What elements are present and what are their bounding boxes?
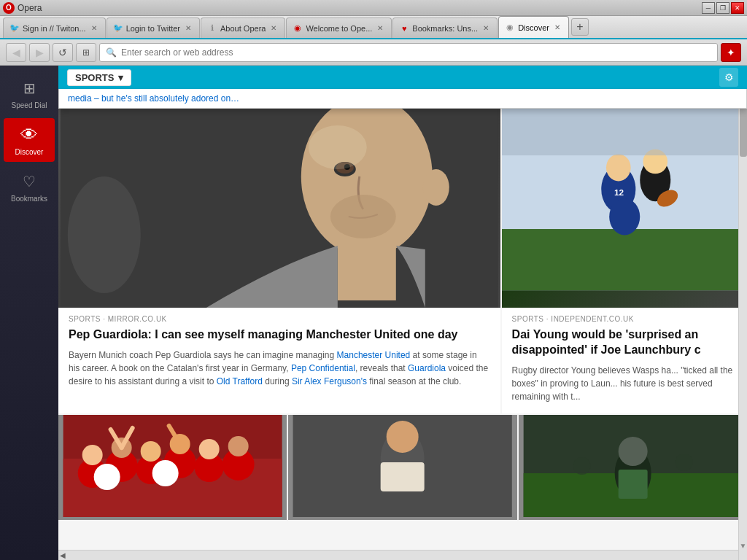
address-input[interactable] [121, 47, 711, 58]
news-title: Pep Guardiola: I can see myself managing… [69, 327, 490, 343]
sidebar-item-label: Discover [15, 148, 44, 156]
tab-login-twitter[interactable]: 🐦 Login to Twitter ✕ [107, 18, 200, 38]
category-label: SPORTS [75, 72, 114, 83]
svg-point-42 [387, 421, 419, 453]
news-source: SPORTS · INDEPENDENT.CO.UK [512, 315, 737, 323]
news-card-coach[interactable] [288, 415, 516, 520]
autocomplete-item[interactable]: media – but he's still absolutely adored… [59, 89, 746, 108]
nav-bar: ◀ ▶ ↺ ⊞ 🔍 ✦ [0, 39, 747, 66]
horizontal-scrollbar[interactable]: ◀ ▶ [58, 550, 747, 560]
search-icon: 🔍 [106, 47, 117, 58]
tab-label: Bookmarks: Uns... [412, 24, 478, 33]
gear-icon: ⚙ [724, 71, 734, 83]
stadium-illustration [519, 415, 747, 517]
sidebar-item-speed-dial[interactable]: ⊞ Speed Dial [4, 71, 55, 115]
news-card-guardiola[interactable]: SPORTS · MIRROR.CO.UK Pep Guardiola: I c… [58, 89, 500, 413]
svg-point-34 [94, 464, 120, 490]
category-section: SPORTS ▾ ⚙ media – but he's still absolu… [58, 66, 747, 89]
sidebar: ⊞ Speed Dial 👁 Discover ♡ Bookmarks [0, 66, 58, 560]
svg-point-50 [675, 454, 692, 471]
svg-text:12: 12 [614, 187, 624, 197]
svg-point-33 [228, 436, 249, 456]
pep-confidential-link[interactable]: Pep Confidential [291, 363, 355, 373]
eye-icon: ◉ [505, 23, 515, 33]
news-card-content: SPORTS · MIRROR.CO.UK Pep Guardiola: I c… [58, 308, 500, 398]
autocomplete-text: media – but he's still absolutely adored… [68, 93, 239, 104]
tab-label: Welcome to Ope... [306, 24, 372, 33]
guardiola-link[interactable]: Guardiola [408, 363, 446, 373]
sidebar-item-label: Speed Dial [12, 101, 47, 109]
tab-close-button[interactable]: ✕ [268, 23, 279, 34]
content-area: SPORTS ▾ ⚙ media – but he's still absolu… [58, 66, 747, 560]
tab-welcome-opera[interactable]: ◉ Welcome to Ope... ✕ [286, 18, 392, 38]
news-title: Dai Young would be 'surprised an disappo… [512, 327, 737, 358]
scroll-h-arrows: ◀ ▶ [58, 551, 747, 559]
stash-button[interactable]: ✦ [721, 43, 741, 62]
new-tab-button[interactable]: + [571, 18, 589, 36]
svg-point-28 [82, 445, 103, 465]
svg-point-9 [309, 125, 367, 169]
tab-close-button[interactable]: ✕ [552, 23, 562, 33]
app-title: O Opera [3, 2, 42, 14]
opera-icon: ◉ [293, 23, 303, 34]
tab-close-button[interactable]: ✕ [375, 23, 385, 34]
tab-close-button[interactable]: ✕ [89, 23, 99, 34]
svg-rect-48 [618, 470, 647, 499]
scroll-down-arrow[interactable]: ▼ [739, 542, 747, 550]
sidebar-item-bookmarks[interactable]: ♡ Bookmarks [4, 165, 55, 209]
settings-button[interactable]: ⚙ [719, 68, 738, 87]
ferguson-link[interactable]: Sir Alex Ferguson's [292, 376, 367, 386]
restore-button[interactable]: ❐ [716, 2, 729, 14]
tab-signin-twitter[interactable]: 🐦 Sign in // Twiton... ✕ [3, 18, 106, 38]
back-button[interactable]: ◀ [6, 43, 26, 62]
tab-about-opera[interactable]: ℹ About Opera ✕ [201, 18, 285, 38]
window-controls: ─ ❐ ✕ [702, 2, 744, 14]
svg-rect-8 [338, 242, 396, 300]
main-layout: ⊞ Speed Dial 👁 Discover ♡ Bookmarks SPOR… [0, 66, 747, 560]
news-row-small [58, 415, 747, 520]
grid-button[interactable]: ⊞ [76, 43, 96, 62]
tab-label: Login to Twitter [126, 24, 180, 33]
news-card-stadium[interactable] [519, 415, 747, 520]
tab-close-button[interactable]: ✕ [481, 23, 491, 34]
sidebar-item-discover[interactable]: 👁 Discover [4, 118, 55, 162]
reload-button[interactable]: ↺ [53, 43, 73, 62]
heart-icon: ♥ [399, 23, 409, 34]
app-name: Opera [18, 3, 42, 13]
twitter-icon: 🐦 [113, 23, 123, 34]
svg-point-35 [152, 460, 179, 486]
tab-label: About Opera [220, 24, 266, 33]
svg-point-15 [606, 154, 631, 181]
category-bar: SPORTS ▾ ⚙ [58, 66, 747, 89]
close-button[interactable]: ✕ [731, 2, 744, 14]
article-image [58, 89, 500, 308]
discover-eye-icon: 👁 [19, 125, 39, 145]
opera-logo-icon: O [3, 2, 15, 14]
svg-rect-19 [502, 106, 747, 155]
title-bar-left: O Opera [3, 2, 42, 14]
news-card-fans[interactable] [58, 415, 287, 520]
manchester-link[interactable]: Manchester United [337, 350, 411, 360]
forward-button[interactable]: ▶ [29, 43, 50, 62]
news-excerpt: Rugby director Young believes Wasps ha..… [512, 364, 737, 403]
tab-bookmarks[interactable]: ♥ Bookmarks: Uns... ✕ [392, 18, 498, 38]
svg-point-1 [68, 176, 141, 293]
scroll-left-arrow[interactable]: ◀ [60, 551, 66, 559]
vertical-scrollbar[interactable]: ▲ ▼ [738, 89, 747, 560]
news-card-rugby[interactable]: 12 SPORTS · INDEPENDENT.CO.UK Dai Young … [502, 89, 747, 413]
svg-rect-43 [381, 462, 425, 491]
info-icon: ℹ [207, 23, 217, 34]
fans-illustration [58, 415, 287, 517]
category-dropdown[interactable]: SPORTS ▾ [67, 69, 131, 86]
svg-point-30 [141, 441, 161, 462]
tab-discover[interactable]: ◉ Discover ✕ [498, 16, 569, 38]
svg-point-49 [573, 457, 590, 475]
rugby-illustration: 12 [502, 89, 747, 308]
news-card-content: SPORTS · INDEPENDENT.CO.UK Dai Young wou… [502, 308, 747, 413]
coach-illustration [288, 415, 516, 517]
minimize-button[interactable]: ─ [702, 2, 715, 14]
news-excerpt: Bayern Munich coach Pep Guardiola says h… [69, 349, 490, 388]
svg-point-3 [423, 169, 449, 206]
old-trafford-link[interactable]: Old Trafford [217, 376, 263, 386]
tab-close-button[interactable]: ✕ [183, 23, 193, 34]
